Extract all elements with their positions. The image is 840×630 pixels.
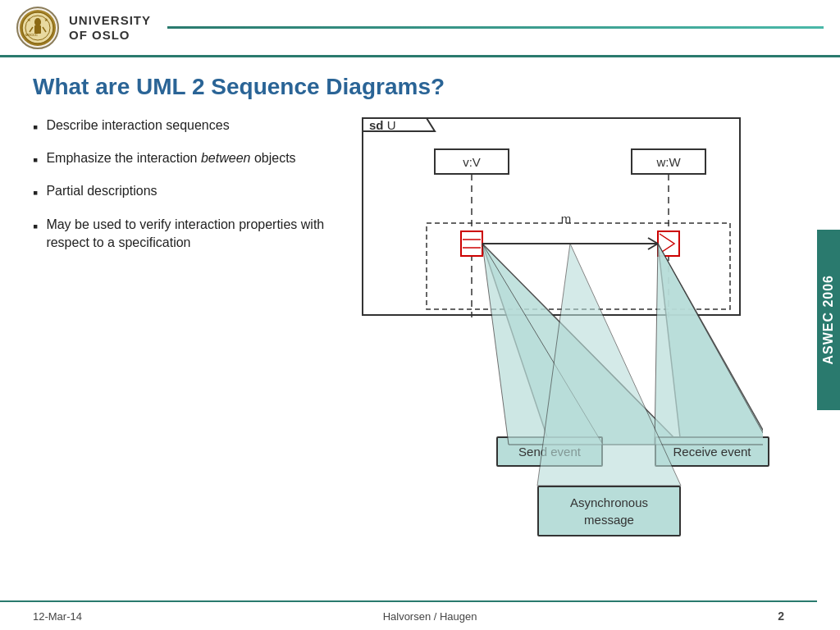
svg-text:v:V: v:V bbox=[463, 155, 481, 169]
bullet-text-2: Emphasize the interaction between object… bbox=[46, 149, 295, 167]
logo-emblem: ★ ★ MDCCC bbox=[20, 10, 56, 46]
header: ★ ★ MDCCC UNIVERSITY OF OSLO bbox=[0, 0, 840, 57]
footer-page: 2 bbox=[778, 609, 784, 623]
content-area: Describe interaction sequences Emphasize… bbox=[33, 116, 807, 510]
university-name: UNIVERSITY OF OSLO bbox=[69, 13, 151, 43]
async-message-label: Asynchronousmessage bbox=[570, 495, 648, 527]
main-content: What are UML 2 Sequence Diagrams? Descri… bbox=[0, 57, 840, 527]
university-line1: UNIVERSITY bbox=[69, 13, 151, 28]
footer-authors: Halvorsen / Haugen bbox=[383, 610, 477, 623]
svg-text:sd
           U: sd U bbox=[369, 118, 396, 132]
list-item-4: May be used to verify interaction proper… bbox=[33, 216, 345, 253]
university-line2: OF OSLO bbox=[69, 28, 151, 43]
side-tab: ASWEC 2006 bbox=[817, 230, 840, 410]
bullet-text-1: Describe interaction sequences bbox=[46, 116, 229, 135]
side-tab-text: ASWEC 2006 bbox=[821, 275, 836, 365]
send-event-label: Send event bbox=[518, 445, 581, 459]
list-item-2: Emphasize the interaction between object… bbox=[33, 149, 345, 171]
slide-title: What are UML 2 Sequence Diagrams? bbox=[33, 74, 807, 100]
svg-text:w:W: w:W bbox=[655, 155, 681, 169]
svg-rect-9 bbox=[363, 118, 740, 315]
svg-text:MDCCC: MDCCC bbox=[25, 33, 38, 37]
async-message-box: Asynchronousmessage bbox=[537, 486, 681, 536]
svg-point-2 bbox=[34, 18, 41, 26]
bullet-list: Describe interaction sequences Emphasize… bbox=[33, 116, 345, 263]
svg-rect-19 bbox=[461, 231, 482, 256]
list-item-3: Partial descriptions bbox=[33, 182, 345, 203]
university-logo: ★ ★ MDCCC bbox=[16, 7, 59, 49]
receive-event-label: Receive event bbox=[673, 445, 751, 459]
bullet-text-4: May be used to verify interaction proper… bbox=[46, 216, 345, 253]
list-item-1: Describe interaction sequences bbox=[33, 116, 345, 138]
send-event-box: Send event bbox=[496, 436, 603, 467]
footer-date: 12-Mar-14 bbox=[33, 610, 82, 623]
diagram-container: sd U v:V w:W m bbox=[361, 116, 807, 510]
receive-event-box: Receive event bbox=[655, 436, 769, 467]
footer: 12-Mar-14 Halvorsen / Haugen 2 bbox=[0, 600, 817, 630]
bullet-text-3: Partial descriptions bbox=[46, 182, 157, 200]
italic-between: between bbox=[201, 151, 251, 165]
header-divider bbox=[167, 26, 824, 29]
